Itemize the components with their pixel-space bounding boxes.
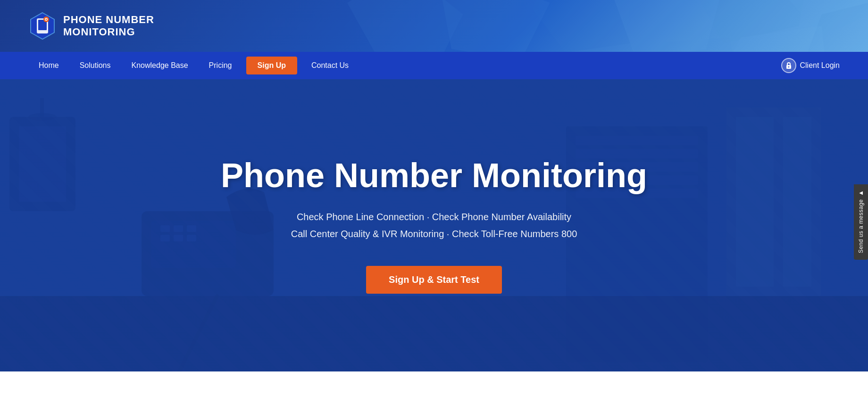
nav-signup-button[interactable]: Sign Up — [246, 57, 297, 74]
hero-cta-button[interactable]: Sign Up & Start Test — [366, 266, 502, 294]
logo-text: PHONE NUMBER MONITORING — [63, 14, 154, 39]
nav-solutions[interactable]: Solutions — [69, 53, 121, 78]
client-login-link[interactable]: Client Login — [781, 58, 840, 73]
svg-point-17 — [788, 66, 789, 67]
nav-pricing[interactable]: Pricing — [199, 53, 242, 78]
nav-links: Home Solutions Knowledge Base Pricing Si… — [28, 53, 781, 78]
nav-home[interactable]: Home — [28, 53, 69, 78]
hero-section: Phone Number Monitoring Check Phone Line… — [0, 79, 868, 371]
lock-icon — [781, 58, 796, 73]
nav-right: Client Login — [781, 58, 840, 73]
hero-subtitle: Check Phone Line Connection · Check Phon… — [221, 208, 647, 242]
logo-icon — [28, 12, 57, 40]
nav-knowledge-base[interactable]: Knowledge Base — [121, 53, 199, 78]
send-message-tab[interactable]: Send us a message ▶ — [854, 184, 868, 260]
hero-content: Phone Number Monitoring Check Phone Line… — [211, 129, 657, 322]
top-header: PHONE NUMBER MONITORING — [0, 0, 868, 52]
logo-area: PHONE NUMBER MONITORING — [28, 12, 154, 40]
hero-title: Phone Number Monitoring — [221, 157, 647, 194]
nav-contact-us[interactable]: Contact Us — [301, 53, 359, 78]
side-tab-container: Send us a message ▶ — [854, 184, 868, 260]
nav-bar: Home Solutions Knowledge Base Pricing Si… — [0, 52, 868, 79]
svg-point-15 — [46, 19, 47, 20]
arrow-icon: ▶ — [859, 191, 864, 197]
